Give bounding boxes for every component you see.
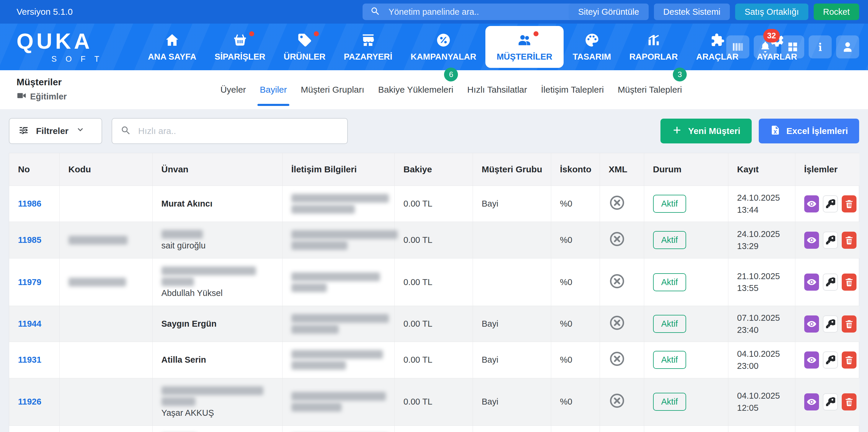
trainings-link[interactable]: Eğitimler bbox=[17, 91, 67, 103]
x-circle-icon bbox=[609, 393, 625, 409]
tab-bayiler[interactable]: Bayiler bbox=[260, 85, 287, 95]
nav-item-si-pari-ler[interactable]: SİPARİŞLER bbox=[206, 24, 275, 70]
status-badge: Aktif bbox=[653, 351, 686, 369]
customer-row: 11931 Atilla Serin 0.00 TL Bayi %0 Aktif… bbox=[9, 342, 860, 378]
row-actions bbox=[804, 315, 857, 333]
tab-m-teri-gruplar-[interactable]: Müşteri Grupları bbox=[301, 85, 364, 95]
xml-disabled-icon[interactable] bbox=[609, 240, 625, 249]
x-circle-icon bbox=[609, 231, 625, 247]
brand-logo[interactable]: QUKA SOFT bbox=[0, 30, 139, 64]
customer-no-link[interactable]: 11985 bbox=[18, 235, 41, 245]
delete-button[interactable] bbox=[842, 393, 857, 410]
delete-button[interactable] bbox=[842, 352, 857, 369]
x-circle-icon bbox=[609, 351, 625, 367]
redacted-text bbox=[161, 397, 195, 406]
topbar-button-rocket[interactable]: Rocket bbox=[814, 4, 859, 20]
delete-button[interactable] bbox=[842, 195, 857, 212]
tab-i-leti-im-talepleri[interactable]: İletişim Talepleri bbox=[541, 85, 604, 95]
column-header-7: XML bbox=[600, 153, 644, 186]
topbar-button-siteyi-g-r-nt-le[interactable]: Siteyi Görüntüle bbox=[569, 4, 648, 20]
discount-cell: %0 bbox=[551, 259, 600, 306]
tab-label: Müşteri Grupları bbox=[301, 85, 364, 94]
nav-item-m-teri-ler[interactable]: MÜŞTERİLER bbox=[485, 26, 564, 68]
tab-label: İletişim Talepleri bbox=[541, 85, 604, 94]
quick-button-user-icon[interactable] bbox=[836, 35, 859, 59]
customer-row: 11979 Abdullah Yüksel 0.00 TL %0 Aktif 2… bbox=[9, 259, 860, 306]
view-button[interactable] bbox=[804, 232, 819, 249]
xml-disabled-icon[interactable] bbox=[609, 401, 625, 411]
nav-item-pazaryeri-[interactable]: PAZARYERİ bbox=[335, 24, 402, 70]
customer-code-cell bbox=[59, 426, 152, 432]
password-button[interactable] bbox=[823, 393, 838, 410]
search-icon bbox=[370, 6, 380, 18]
trash-icon bbox=[844, 235, 854, 245]
quick-search-input[interactable] bbox=[138, 126, 339, 136]
trash-icon bbox=[844, 199, 854, 209]
column-header-6: İskonto bbox=[551, 153, 600, 186]
view-button[interactable] bbox=[804, 315, 819, 333]
trash-icon bbox=[844, 397, 854, 407]
row-actions bbox=[804, 232, 857, 249]
view-button[interactable] bbox=[804, 195, 819, 212]
topbar-button-destek-sistemi[interactable]: Destek Sistemi bbox=[654, 4, 730, 20]
new-customer-button[interactable]: Yeni Müşteri bbox=[660, 119, 752, 143]
customer-contact-cell bbox=[282, 186, 395, 222]
view-button[interactable] bbox=[804, 393, 819, 410]
nav-item--r-nler[interactable]: ÜRÜNLER bbox=[275, 24, 335, 70]
topbar-button-sat-ortakl-[interactable]: Satış Ortaklığı bbox=[735, 4, 808, 20]
discount-cell: %0 bbox=[551, 186, 600, 222]
customer-no-link[interactable]: 11931 bbox=[18, 355, 41, 364]
customer-no-link[interactable]: 11944 bbox=[18, 319, 41, 328]
nav-item-ana-sayfa[interactable]: ANA SAYFA bbox=[139, 24, 206, 70]
password-button[interactable] bbox=[823, 315, 838, 333]
quick-button-grid-icon[interactable] bbox=[781, 35, 804, 59]
customer-group-cell: Bayi bbox=[473, 186, 551, 222]
quick-button-info-icon[interactable] bbox=[809, 35, 832, 59]
search-icon bbox=[120, 125, 131, 136]
column-header-5: Müşteri Grubu bbox=[473, 153, 551, 186]
video-camera-icon bbox=[17, 91, 27, 101]
redacted-text bbox=[161, 230, 203, 239]
redacted-text bbox=[68, 236, 128, 245]
delete-button[interactable] bbox=[842, 273, 857, 291]
excel-operations-button[interactable]: Excel İşlemleri bbox=[759, 119, 859, 143]
quick-button-barcode-icon[interactable] bbox=[726, 35, 749, 59]
password-button[interactable] bbox=[823, 273, 838, 291]
password-button[interactable] bbox=[823, 195, 838, 212]
customer-no-link[interactable]: 11926 bbox=[18, 397, 41, 406]
eye-icon bbox=[807, 319, 817, 329]
customer-contact-cell bbox=[282, 426, 395, 432]
customer-row: 11944 Saygın Ergün 0.00 TL Bayi %0 Aktif… bbox=[9, 306, 860, 342]
key-icon bbox=[825, 277, 835, 287]
password-button[interactable] bbox=[823, 232, 838, 249]
tab-h-zl-tahsilatlar[interactable]: Hızlı Tahsilatlar bbox=[467, 85, 527, 95]
filters-button[interactable]: Filtreler bbox=[9, 118, 102, 144]
view-button[interactable] bbox=[804, 352, 819, 369]
delete-button[interactable] bbox=[842, 232, 857, 249]
new-customer-label: Yeni Müşteri bbox=[688, 126, 740, 136]
balance-cell: 0.00 TL bbox=[395, 378, 473, 426]
view-button[interactable] bbox=[804, 273, 819, 291]
nav-item-kampanyalar[interactable]: KAMPANYALAR bbox=[402, 24, 485, 70]
tab-bakiye-y-klemeleri[interactable]: Bakiye Yüklemeleri6 bbox=[378, 85, 454, 95]
delete-button[interactable] bbox=[842, 315, 857, 333]
redacted-text bbox=[291, 241, 347, 250]
tab--yeler[interactable]: Üyeler bbox=[220, 85, 246, 95]
customers-table-wrap: NoKoduÜnvanİletişim BilgileriBakiyeMüşte… bbox=[9, 153, 859, 432]
nav-item-raporlar[interactable]: RAPORLAR bbox=[620, 24, 687, 70]
xml-disabled-icon[interactable] bbox=[609, 203, 625, 213]
quick-search[interactable] bbox=[112, 118, 348, 144]
tab-m-teri-talepleri[interactable]: Müşteri Talepleri3 bbox=[618, 85, 682, 95]
xml-disabled-icon[interactable] bbox=[609, 282, 625, 291]
quick-button-bell-icon[interactable]: 32 bbox=[754, 35, 777, 59]
excel-operations-label: Excel İşlemleri bbox=[786, 126, 848, 136]
customer-no-link[interactable]: 11986 bbox=[18, 199, 41, 208]
xml-disabled-icon[interactable] bbox=[609, 359, 625, 369]
password-button[interactable] bbox=[823, 352, 838, 369]
nav-item-tasarim[interactable]: TASARIM bbox=[564, 24, 620, 70]
excel-file-icon bbox=[770, 125, 781, 137]
xml-disabled-icon[interactable] bbox=[609, 323, 625, 333]
customer-no-link[interactable]: 11979 bbox=[18, 277, 41, 287]
tabs: ÜyelerBayilerMüşteri GruplarıBakiye Yükl… bbox=[220, 85, 682, 95]
content: Filtreler Yeni Müşteri Excel İşlemleri N… bbox=[0, 109, 868, 432]
